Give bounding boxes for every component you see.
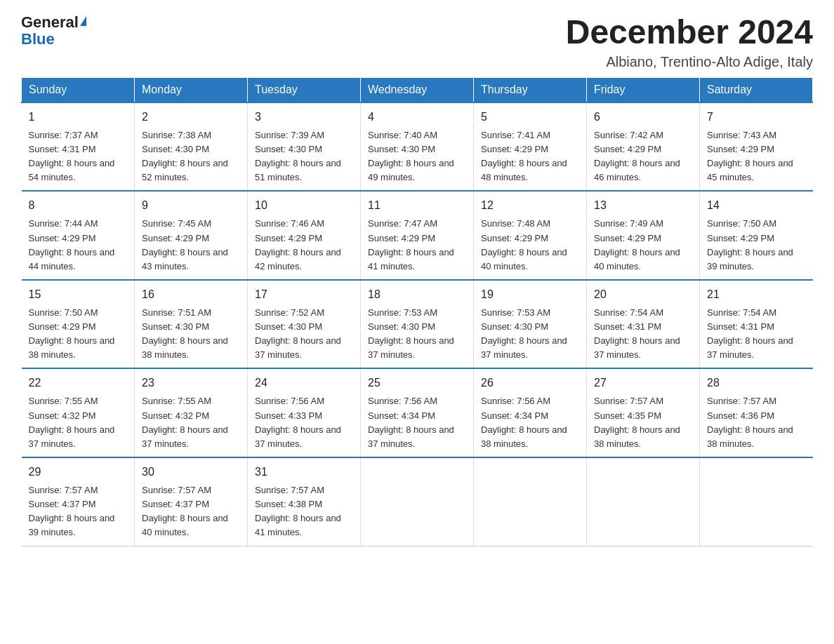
table-row: 15 Sunrise: 7:50 AMSunset: 4:29 PMDaylig… xyxy=(22,280,135,369)
day-number: 29 xyxy=(29,464,128,481)
day-number: 4 xyxy=(368,109,466,126)
day-number: 24 xyxy=(255,375,353,391)
day-info: Sunrise: 7:57 AMSunset: 4:36 PMDaylight:… xyxy=(707,396,793,448)
day-info: Sunrise: 7:39 AMSunset: 4:30 PMDaylight:… xyxy=(255,130,341,182)
day-info: Sunrise: 7:46 AMSunset: 4:29 PMDaylight:… xyxy=(255,218,341,271)
day-number: 12 xyxy=(481,197,579,214)
header-tuesday: Tuesday xyxy=(248,77,361,102)
table-row: 7 Sunrise: 7:43 AMSunset: 4:29 PMDayligh… xyxy=(700,102,813,192)
table-row: 4 Sunrise: 7:40 AMSunset: 4:30 PMDayligh… xyxy=(361,102,474,192)
logo-blue: Blue xyxy=(21,30,55,48)
page-header: General Blue December 2024 Albiano, Tren… xyxy=(21,14,813,70)
day-info: Sunrise: 7:55 AMSunset: 4:32 PMDaylight:… xyxy=(29,396,115,448)
table-row: 9 Sunrise: 7:45 AMSunset: 4:29 PMDayligh… xyxy=(135,191,248,280)
table-row: 3 Sunrise: 7:39 AMSunset: 4:30 PMDayligh… xyxy=(248,102,361,192)
table-row xyxy=(700,457,813,546)
day-info: Sunrise: 7:43 AMSunset: 4:29 PMDaylight:… xyxy=(707,130,793,182)
calendar-header-row: Sunday Monday Tuesday Wednesday Thursday… xyxy=(22,77,813,102)
table-row: 21 Sunrise: 7:54 AMSunset: 4:31 PMDaylig… xyxy=(700,280,813,369)
day-info: Sunrise: 7:45 AMSunset: 4:29 PMDaylight:… xyxy=(142,218,228,271)
header-monday: Monday xyxy=(135,77,248,102)
day-number: 20 xyxy=(594,286,692,303)
day-info: Sunrise: 7:51 AMSunset: 4:30 PMDaylight:… xyxy=(142,307,228,360)
day-number: 22 xyxy=(29,375,128,391)
day-number: 15 xyxy=(29,286,128,303)
day-info: Sunrise: 7:44 AMSunset: 4:29 PMDaylight:… xyxy=(29,218,115,271)
day-number: 6 xyxy=(594,109,692,126)
table-row: 10 Sunrise: 7:46 AMSunset: 4:29 PMDaylig… xyxy=(248,191,361,280)
day-number: 7 xyxy=(707,109,806,126)
table-row: 16 Sunrise: 7:51 AMSunset: 4:30 PMDaylig… xyxy=(135,280,248,369)
day-info: Sunrise: 7:57 AMSunset: 4:37 PMDaylight:… xyxy=(29,485,115,537)
calendar-table: Sunday Monday Tuesday Wednesday Thursday… xyxy=(21,77,813,546)
day-number: 30 xyxy=(142,464,240,481)
table-row: 20 Sunrise: 7:54 AMSunset: 4:31 PMDaylig… xyxy=(587,280,700,369)
header-thursday: Thursday xyxy=(474,77,587,102)
logo: General Blue xyxy=(21,14,86,48)
header-saturday: Saturday xyxy=(700,77,813,102)
day-number: 16 xyxy=(142,286,240,303)
day-info: Sunrise: 7:50 AMSunset: 4:29 PMDaylight:… xyxy=(707,218,793,271)
table-row xyxy=(361,457,474,546)
logo-text: General Blue xyxy=(21,14,86,48)
day-info: Sunrise: 7:42 AMSunset: 4:29 PMDaylight:… xyxy=(594,130,680,182)
day-info: Sunrise: 7:54 AMSunset: 4:31 PMDaylight:… xyxy=(594,307,680,360)
day-info: Sunrise: 7:38 AMSunset: 4:30 PMDaylight:… xyxy=(142,130,228,182)
table-row: 25 Sunrise: 7:56 AMSunset: 4:34 PMDaylig… xyxy=(361,368,474,457)
day-info: Sunrise: 7:49 AMSunset: 4:29 PMDaylight:… xyxy=(594,218,680,271)
day-number: 23 xyxy=(142,375,240,391)
location-subtitle: Albiano, Trentino-Alto Adige, Italy xyxy=(566,54,813,70)
table-row: 13 Sunrise: 7:49 AMSunset: 4:29 PMDaylig… xyxy=(587,191,700,280)
day-number: 21 xyxy=(707,286,806,303)
table-row: 1 Sunrise: 7:37 AMSunset: 4:31 PMDayligh… xyxy=(22,102,135,192)
table-row: 22 Sunrise: 7:55 AMSunset: 4:32 PMDaylig… xyxy=(22,368,135,457)
day-info: Sunrise: 7:40 AMSunset: 4:30 PMDaylight:… xyxy=(368,130,454,182)
day-number: 27 xyxy=(594,375,692,391)
table-row: 27 Sunrise: 7:57 AMSunset: 4:35 PMDaylig… xyxy=(587,368,700,457)
logo-general: General xyxy=(21,13,79,31)
table-row: 30 Sunrise: 7:57 AMSunset: 4:37 PMDaylig… xyxy=(135,457,248,546)
day-info: Sunrise: 7:47 AMSunset: 4:29 PMDaylight:… xyxy=(368,218,454,271)
month-year-title: December 2024 xyxy=(566,14,813,51)
day-number: 14 xyxy=(707,197,806,214)
day-number: 18 xyxy=(368,286,466,303)
table-row: 14 Sunrise: 7:50 AMSunset: 4:29 PMDaylig… xyxy=(700,191,813,280)
day-info: Sunrise: 7:57 AMSunset: 4:37 PMDaylight:… xyxy=(142,485,228,537)
logo-triangle-icon xyxy=(80,16,86,26)
day-number: 31 xyxy=(255,464,353,481)
table-row: 28 Sunrise: 7:57 AMSunset: 4:36 PMDaylig… xyxy=(700,368,813,457)
table-row: 12 Sunrise: 7:48 AMSunset: 4:29 PMDaylig… xyxy=(474,191,587,280)
table-row: 17 Sunrise: 7:52 AMSunset: 4:30 PMDaylig… xyxy=(248,280,361,369)
table-row xyxy=(474,457,587,546)
day-number: 25 xyxy=(368,375,466,391)
table-row: 31 Sunrise: 7:57 AMSunset: 4:38 PMDaylig… xyxy=(248,457,361,546)
table-row: 6 Sunrise: 7:42 AMSunset: 4:29 PMDayligh… xyxy=(587,102,700,192)
table-row: 8 Sunrise: 7:44 AMSunset: 4:29 PMDayligh… xyxy=(22,191,135,280)
day-number: 9 xyxy=(142,197,240,214)
day-info: Sunrise: 7:56 AMSunset: 4:34 PMDaylight:… xyxy=(368,396,454,448)
day-info: Sunrise: 7:53 AMSunset: 4:30 PMDaylight:… xyxy=(368,307,454,360)
table-row: 2 Sunrise: 7:38 AMSunset: 4:30 PMDayligh… xyxy=(135,102,248,192)
table-row: 26 Sunrise: 7:56 AMSunset: 4:34 PMDaylig… xyxy=(474,368,587,457)
day-number: 10 xyxy=(255,197,353,214)
day-number: 8 xyxy=(29,197,128,214)
day-info: Sunrise: 7:56 AMSunset: 4:33 PMDaylight:… xyxy=(255,396,341,448)
day-info: Sunrise: 7:57 AMSunset: 4:35 PMDaylight:… xyxy=(594,396,680,448)
day-info: Sunrise: 7:56 AMSunset: 4:34 PMDaylight:… xyxy=(481,396,567,448)
day-info: Sunrise: 7:53 AMSunset: 4:30 PMDaylight:… xyxy=(481,307,567,360)
table-row: 24 Sunrise: 7:56 AMSunset: 4:33 PMDaylig… xyxy=(248,368,361,457)
day-number: 11 xyxy=(368,197,466,214)
table-row: 11 Sunrise: 7:47 AMSunset: 4:29 PMDaylig… xyxy=(361,191,474,280)
day-info: Sunrise: 7:57 AMSunset: 4:38 PMDaylight:… xyxy=(255,485,341,537)
day-info: Sunrise: 7:52 AMSunset: 4:30 PMDaylight:… xyxy=(255,307,341,360)
day-number: 26 xyxy=(481,375,579,391)
table-row: 19 Sunrise: 7:53 AMSunset: 4:30 PMDaylig… xyxy=(474,280,587,369)
day-info: Sunrise: 7:50 AMSunset: 4:29 PMDaylight:… xyxy=(29,307,115,360)
day-number: 13 xyxy=(594,197,692,214)
day-number: 28 xyxy=(707,375,806,391)
day-info: Sunrise: 7:55 AMSunset: 4:32 PMDaylight:… xyxy=(142,396,228,448)
day-info: Sunrise: 7:41 AMSunset: 4:29 PMDaylight:… xyxy=(481,130,567,182)
header-friday: Friday xyxy=(587,77,700,102)
title-area: December 2024 Albiano, Trentino-Alto Adi… xyxy=(566,14,813,70)
header-sunday: Sunday xyxy=(22,77,135,102)
